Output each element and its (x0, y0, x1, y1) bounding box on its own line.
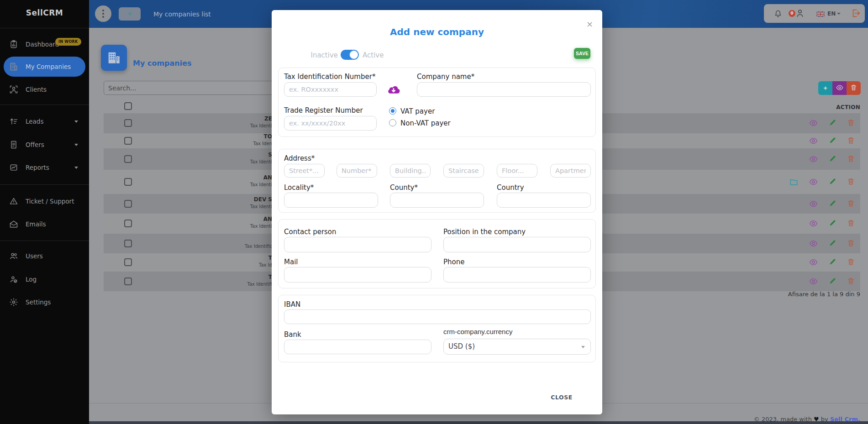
row-view-button[interactable] (809, 258, 817, 266)
bank-input[interactable] (284, 340, 431, 354)
row-edit-button[interactable] (829, 277, 837, 285)
trn-input[interactable] (284, 116, 377, 131)
row-delete-button[interactable] (847, 178, 855, 186)
user-check-icon (9, 275, 18, 284)
iban-input[interactable] (284, 309, 591, 324)
row-delete-button[interactable] (847, 119, 855, 127)
sidebar-item-leads[interactable]: Leads (0, 112, 89, 131)
company-name: S (103, 152, 272, 158)
sidebar-item-users[interactable]: Users (0, 247, 89, 265)
chevron-down-icon (837, 13, 841, 15)
envelope-icon (9, 220, 18, 229)
profile-button[interactable] (795, 8, 805, 18)
row-edit-button[interactable] (829, 136, 837, 145)
row-view-button[interactable] (809, 119, 817, 127)
gear-icon (9, 298, 18, 307)
row-delete-button[interactable] (847, 199, 855, 208)
floor-input[interactable] (497, 164, 537, 178)
row-delete-button[interactable] (847, 277, 855, 285)
sidebar-item-log[interactable]: Log (0, 270, 89, 288)
menu-button[interactable] (95, 5, 111, 22)
sidebar-item-reports[interactable]: Reports (0, 158, 89, 177)
active-toggle[interactable] (341, 50, 359, 60)
tin-input[interactable] (284, 82, 377, 97)
row-delete-button[interactable] (847, 136, 855, 145)
company-tax-id: Tax Identi (103, 224, 272, 229)
sidebar-item-clients[interactable]: Clients (0, 80, 89, 99)
non-vat-payer-radio[interactable] (389, 119, 396, 126)
logout-button[interactable] (851, 8, 861, 18)
row-edit-button[interactable] (829, 239, 837, 247)
chevron-down-icon (74, 167, 78, 169)
phone-input[interactable] (443, 267, 591, 283)
company-tax-id: Tax Identi (103, 123, 272, 128)
sidebar-item-settings[interactable]: Settings (0, 293, 89, 311)
row-open-button[interactable] (789, 178, 798, 186)
users-icon (9, 251, 18, 261)
status-inactive-label: Inactive (299, 51, 338, 59)
sidebar: SellCRM Dashboard IN WORK My Companies C… (0, 0, 89, 424)
sidebar-item-label: Settings (26, 298, 51, 306)
save-button[interactable]: SAVE (574, 48, 590, 59)
row-edit-button[interactable] (829, 199, 837, 208)
company-name-input[interactable] (417, 82, 591, 97)
country-input[interactable] (497, 193, 591, 208)
position-label: Position in the company (443, 228, 526, 236)
row-edit-button[interactable] (829, 258, 837, 266)
chevron-down-icon (74, 144, 78, 146)
county-input[interactable] (390, 193, 484, 208)
number-input[interactable] (337, 164, 377, 178)
vat-payer-label[interactable]: VAT payer (400, 107, 435, 115)
street-input[interactable] (284, 164, 325, 178)
sidebar-item-emails[interactable]: Emails (0, 215, 89, 233)
non-vat-payer-label[interactable]: Non-VAT payer (400, 119, 451, 127)
row-edit-button[interactable] (829, 119, 837, 127)
contact-person-input[interactable] (284, 237, 431, 252)
company-name: T (103, 274, 272, 280)
sidebar-item-offers[interactable]: Offers (0, 136, 89, 154)
staircase-input[interactable] (443, 164, 484, 178)
row-view-button[interactable] (809, 239, 817, 247)
currency-select[interactable]: USD ($) (443, 339, 591, 355)
close-button[interactable]: CLOSE (546, 393, 578, 401)
row-view-button[interactable] (809, 277, 817, 285)
row-view-button[interactable] (809, 219, 817, 227)
topbar-add-button[interactable]: + (119, 7, 141, 21)
sidebar-item-dashboard[interactable]: Dashboard IN WORK (0, 35, 89, 53)
row-edit-button[interactable] (829, 155, 837, 163)
sidebar-item-my-companies[interactable]: My Companies (0, 58, 89, 76)
select-all-checkbox[interactable] (124, 102, 132, 110)
row-delete-button[interactable] (847, 258, 855, 266)
offers-icon (9, 140, 18, 149)
sidebar-item-label: Emails (26, 220, 46, 228)
close-icon[interactable]: × (586, 20, 593, 28)
row-view-button[interactable] (809, 199, 817, 208)
add-company-modal: Add new company × Inactive Active SAVE T… (272, 10, 602, 414)
row-view-button[interactable] (809, 178, 817, 186)
bulk-delete-button[interactable] (847, 81, 861, 95)
notifications-button[interactable]: 0 (773, 8, 783, 18)
mail-input[interactable] (284, 267, 431, 283)
bulk-view-button[interactable] (832, 81, 847, 95)
address-card: Address* Locality* County* Country (278, 149, 596, 213)
building-input[interactable] (390, 164, 431, 178)
action-column-header: ACTION (796, 104, 860, 110)
locality-label: Locality* (284, 183, 314, 192)
locality-input[interactable] (284, 193, 378, 208)
cloud-download-icon[interactable] (386, 83, 401, 97)
row-view-button[interactable] (809, 155, 817, 163)
row-edit-button[interactable] (829, 178, 837, 186)
companies-icon (9, 62, 18, 71)
language-selector[interactable]: EN (827, 10, 836, 17)
row-delete-button[interactable] (847, 219, 855, 227)
row-edit-button[interactable] (829, 219, 837, 227)
row-delete-button[interactable] (847, 239, 855, 247)
vat-payer-radio[interactable] (389, 107, 396, 115)
position-input[interactable] (443, 237, 591, 252)
bank-label: Bank (284, 330, 301, 339)
sidebar-item-ticket-support[interactable]: Ticket / Support (0, 192, 89, 210)
bulk-add-button[interactable]: + (818, 81, 832, 95)
row-delete-button[interactable] (847, 155, 855, 163)
apartment-input[interactable] (550, 164, 591, 178)
row-view-button[interactable] (809, 136, 817, 145)
